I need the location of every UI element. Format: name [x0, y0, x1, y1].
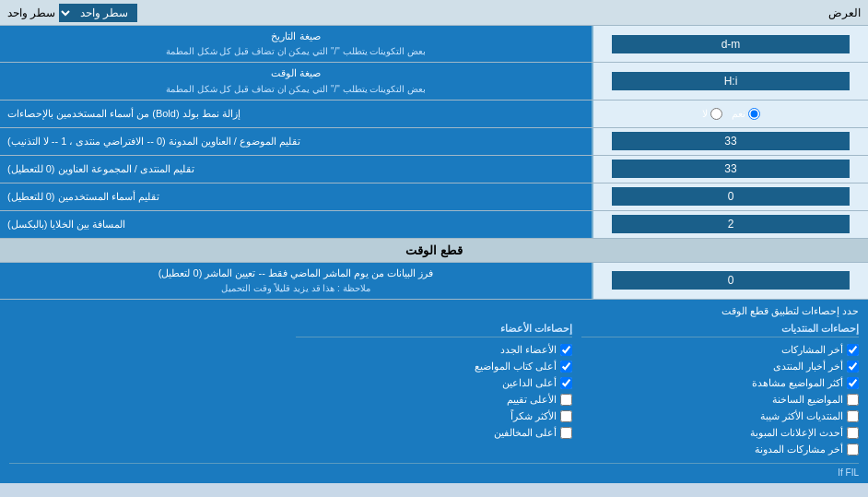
realtime-input[interactable]	[612, 271, 849, 290]
time-format-row: صيغة الوقت بعض التكوينات يتطلب "/" التي …	[0, 63, 868, 100]
checkbox-top-inviters-label: أعلى الداعين	[502, 377, 557, 389]
dropdown-label: سطر واحد	[7, 6, 55, 19]
checkbox-blog-posts-input[interactable]	[847, 444, 859, 456]
realtime-input-area	[592, 263, 868, 299]
checkbox-hot-topics-label: المواضيع الساخنة	[772, 394, 843, 406]
forum-group-input-area	[592, 156, 868, 183]
radio-no: لا	[702, 108, 722, 120]
checkbox-most-viewed-input[interactable]	[847, 377, 859, 389]
cell-space-label: المسافة بين الخلايا (بالبكسل)	[0, 211, 592, 238]
user-names-label: تقليم أسماء المستخدمين (0 للتعطيل)	[0, 183, 592, 210]
user-names-row: تقليم أسماء المستخدمين (0 للتعطيل)	[0, 183, 868, 211]
checkbox-latest-ads-input[interactable]	[847, 427, 859, 439]
checkbox-top-writers-label: أعلى كتاب المواضيع	[475, 361, 557, 373]
display-mode-dropdown[interactable]: سطر واحدسطرانثلاثة أسطر	[59, 4, 137, 22]
checkbox-col-forums: إحصاءات المنتديات أخر المشاركات أخر أخبا…	[581, 323, 859, 456]
topic-subject-row: تقليم الموضوع / العناوين المدونة (0 -- ا…	[0, 128, 868, 156]
radio-no-input[interactable]	[710, 108, 722, 120]
time-format-input-area	[592, 63, 868, 99]
checkboxes-grid: إحصاءات المنتديات أخر المشاركات أخر أخبا…	[9, 323, 859, 456]
radio-yes: نعم	[732, 108, 760, 120]
checkbox-col-empty	[9, 323, 287, 456]
checkbox-blog-posts: أخر مشاركات المدونة	[581, 444, 859, 456]
checkbox-new-members-label: الأعضاء الجدد	[500, 344, 557, 356]
realtime-label: فرز البيانات من يوم الماشر الماضي فقط --…	[0, 263, 592, 299]
checkbox-latest-ads: أحدث الإعلانات المبوبة	[581, 427, 859, 439]
bold-remove-label: إزالة نمط بولد (Bold) من أسماء المستخدمي…	[0, 101, 592, 127]
bold-radio-group: نعم لا	[702, 108, 760, 120]
radio-yes-input[interactable]	[748, 108, 760, 120]
checkbox-top-violators-label: أعلى المخالفين	[494, 427, 557, 439]
date-format-input-area	[592, 26, 868, 62]
checkbox-latest-ads-label: أحدث الإعلانات المبوبة	[750, 427, 843, 439]
col-forums-header: إحصاءات المنتديات	[581, 323, 859, 337]
checkbox-most-thanks-label: الأكثر شكراً	[510, 410, 557, 422]
checkbox-top-rated: الأعلى تقييم	[296, 394, 573, 406]
checkbox-top-writers: أعلى كتاب المواضيع	[296, 361, 573, 373]
forum-group-label: تقليم المنتدى / المجموعة العناوين (0 للت…	[0, 156, 592, 183]
checkboxes-section: حدد إحصاءات لتطبيق قطع الوقت إحصاءات الم…	[0, 300, 868, 483]
col-members-header: إحصاءات الأعضاء	[296, 323, 573, 337]
bold-remove-row: نعم لا إزالة نمط بولد (Bold) من أسماء ال…	[0, 101, 868, 128]
checkbox-hot-topics: المواضيع الساخنة	[581, 394, 859, 406]
checkbox-blog-posts-label: أخر مشاركات المدونة	[755, 444, 843, 456]
header-label: العرض	[828, 6, 861, 19]
checkbox-top-rated-label: الأعلى تقييم	[507, 394, 557, 406]
checkbox-forum-news: أخر أخبار المنتدى	[581, 361, 859, 373]
bottom-note: If FIL	[9, 463, 859, 478]
radio-yes-label: نعم	[732, 108, 745, 120]
checkbox-top-inviters: أعلى الداعين	[296, 377, 573, 389]
checkboxes-header: حدد إحصاءات لتطبيق قطع الوقت	[9, 305, 859, 317]
user-names-input-area	[592, 183, 868, 210]
dropdown-area: سطر واحدسطرانثلاثة أسطر سطر واحد	[7, 4, 137, 22]
checkbox-latest-posts-label: أخر المشاركات	[781, 344, 843, 356]
checkbox-popular-forums-label: المنتديات الأكثر شيبة	[760, 410, 843, 422]
checkbox-most-viewed: أكثر المواضيع مشاهدة	[581, 377, 859, 389]
radio-no-label: لا	[702, 108, 708, 120]
realtime-row: فرز البيانات من يوم الماشر الماضي فقط --…	[0, 263, 868, 300]
time-format-label: صيغة الوقت بعض التكوينات يتطلب "/" التي …	[0, 63, 592, 99]
date-format-input[interactable]	[612, 35, 849, 53]
topic-subject-input[interactable]	[612, 132, 849, 150]
checkbox-forum-news-label: أخر أخبار المنتدى	[773, 361, 843, 373]
checkbox-hot-topics-input[interactable]	[847, 394, 859, 406]
checkbox-popular-forums-input[interactable]	[847, 410, 859, 422]
user-names-input[interactable]	[612, 187, 849, 206]
date-format-row: صيغة التاريخ بعض التكوينات يتطلب "/" الت…	[0, 26, 868, 63]
checkbox-top-writers-input[interactable]	[560, 361, 572, 373]
time-format-input[interactable]	[612, 72, 849, 90]
date-format-label: صيغة التاريخ بعض التكوينات يتطلب "/" الت…	[0, 26, 592, 62]
checkbox-col-members: إحصاءات الأعضاء الأعضاء الجدد أعلى كتاب …	[296, 323, 573, 456]
checkbox-most-viewed-label: أكثر المواضيع مشاهدة	[752, 377, 843, 389]
checkbox-popular-forums: المنتديات الأكثر شيبة	[581, 410, 859, 422]
checkbox-latest-posts: أخر المشاركات	[581, 344, 859, 356]
forum-group-input[interactable]	[612, 160, 849, 178]
bold-remove-input-area: نعم لا	[592, 101, 868, 127]
header-row: العرض سطر واحدسطرانثلاثة أسطر سطر واحد	[0, 0, 868, 26]
checkbox-forum-news-input[interactable]	[847, 361, 859, 373]
checkbox-new-members-input[interactable]	[560, 344, 572, 356]
cell-space-input-area	[592, 211, 868, 238]
checkbox-top-violators: أعلى المخالفين	[296, 427, 573, 439]
checkbox-most-thanks-input[interactable]	[560, 410, 572, 422]
realtime-section-header: قطع الوقت	[0, 239, 868, 263]
checkbox-top-rated-input[interactable]	[560, 394, 572, 406]
main-container: العرض سطر واحدسطرانثلاثة أسطر سطر واحد ص…	[0, 0, 868, 483]
checkbox-latest-posts-input[interactable]	[847, 344, 859, 356]
checkbox-top-inviters-input[interactable]	[560, 377, 572, 389]
topic-subject-input-area	[592, 128, 868, 155]
checkbox-new-members: الأعضاء الجدد	[296, 344, 573, 356]
topic-subject-label: تقليم الموضوع / العناوين المدونة (0 -- ا…	[0, 128, 592, 155]
forum-group-row: تقليم المنتدى / المجموعة العناوين (0 للت…	[0, 156, 868, 183]
cell-space-input[interactable]	[612, 215, 849, 233]
cell-space-row: المسافة بين الخلايا (بالبكسل)	[0, 211, 868, 239]
checkbox-most-thanks: الأكثر شكراً	[296, 410, 573, 422]
checkbox-top-violators-input[interactable]	[560, 427, 572, 439]
